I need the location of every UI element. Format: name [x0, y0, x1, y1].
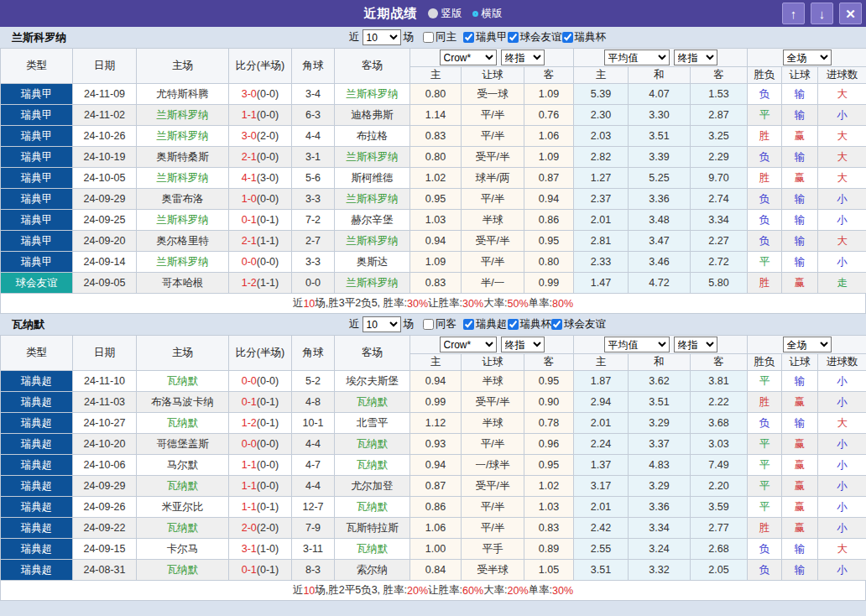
- avg-home-cell: 5.39: [574, 84, 629, 105]
- match-count-select[interactable]: 10: [363, 316, 401, 332]
- score-cell: 0-0(0-0): [229, 434, 292, 455]
- fulltime-select[interactable]: 全场: [783, 337, 832, 352]
- league-checkbox[interactable]: [508, 32, 519, 43]
- average-select[interactable]: 平均值: [604, 50, 670, 65]
- avg-home-cell: 3.51: [574, 560, 629, 581]
- section-bar-away-team: 瓦纳默 近 10 场 同客 瑞典超瑞典杯球会友谊: [0, 314, 866, 335]
- match-date-cell: 24-11-09: [73, 84, 137, 105]
- corner-cell: 4-7: [292, 455, 335, 476]
- average-group-header: 平均值 终指: [574, 49, 748, 67]
- corner-cell: 4-4: [292, 126, 335, 147]
- match-row: 瑞典甲24-09-29奥雷布洛1-0(0-0)3-3兰斯科罗纳0.95平/半0.…: [1, 189, 866, 210]
- col-header-away: 客场: [335, 49, 410, 84]
- avg-draw-cell: 3.34: [629, 518, 691, 539]
- close-button[interactable]: ✕: [839, 3, 862, 24]
- league-filter[interactable]: 瑞典杯: [562, 30, 607, 44]
- match-count-select[interactable]: 10: [363, 29, 401, 45]
- col-header-avg-home: 主: [574, 67, 629, 84]
- score-cell: 4-1(3-0): [229, 168, 292, 189]
- home-odds-cell: 0.80: [410, 147, 462, 168]
- section-team-name: 瓦纳默: [0, 317, 349, 332]
- home-team-cell: 奥尔格里特: [137, 231, 229, 252]
- col-header-avg-draw: 和: [629, 354, 691, 371]
- score-cell: 0-0(0-0): [229, 252, 292, 273]
- avg-draw-cell: 3.51: [629, 126, 691, 147]
- move-up-button[interactable]: ↑: [782, 3, 805, 24]
- away-team-cell: 瓦纳默: [335, 497, 410, 518]
- result-cell: 胜: [748, 518, 782, 539]
- avg-away-cell: 2.29: [691, 147, 748, 168]
- avg-away-cell: 3.68: [691, 413, 748, 434]
- same-venue-checkbox[interactable]: [423, 319, 434, 330]
- layout-radio-vertical[interactable]: 竖版: [428, 7, 462, 21]
- home-team-cell: 尤特斯科腾: [137, 84, 229, 105]
- result-cell: 负: [748, 413, 782, 434]
- handicap-result-cell: 输: [782, 252, 818, 273]
- home-team-cell: 兰斯科罗纳: [137, 105, 229, 126]
- handicap-cell: 半球: [462, 210, 524, 231]
- away-team-cell: 瓦纳默: [335, 539, 410, 560]
- score-cell: 2-0(2-0): [229, 518, 292, 539]
- away-team-cell: 瓦纳默: [335, 392, 410, 413]
- arrow-up-icon: ↑: [790, 8, 797, 20]
- odds-stage-select[interactable]: 终指: [501, 337, 545, 352]
- fulltime-select[interactable]: 全场: [783, 50, 832, 65]
- away-odds-cell: 0.89: [524, 539, 574, 560]
- league-checkbox[interactable]: [463, 32, 474, 43]
- league-type-cell: 瑞典甲: [1, 210, 73, 231]
- home-team-cell: 哥本哈根: [137, 273, 229, 294]
- col-header-goals: 进球数: [818, 354, 866, 371]
- goals-result-cell: 小: [818, 455, 866, 476]
- average-select[interactable]: 平均值: [604, 337, 670, 352]
- match-date-cell: 24-09-15: [73, 539, 137, 560]
- corner-cell: 3-3: [292, 189, 335, 210]
- avg-away-cell: 2.87: [691, 105, 748, 126]
- league-checkbox[interactable]: [508, 319, 519, 330]
- match-date-cell: 24-10-20: [73, 434, 137, 455]
- avg-home-cell: 1.87: [574, 371, 629, 392]
- league-filter[interactable]: 瑞典甲: [463, 30, 508, 44]
- league-type-cell: 瑞典甲: [1, 84, 73, 105]
- home-team-cell: 米亚尔比: [137, 497, 229, 518]
- avg-away-cell: 2.68: [691, 539, 748, 560]
- away-team-cell: 兰斯科罗纳: [335, 273, 410, 294]
- bookmaker-select[interactable]: Crow*: [440, 337, 497, 352]
- handicap-cell: 平/半: [462, 252, 524, 273]
- same-venue-filter[interactable]: 同客: [423, 317, 456, 331]
- games-label: 场: [404, 317, 415, 331]
- move-down-button[interactable]: ↓: [811, 3, 833, 24]
- same-venue-filter[interactable]: 同主: [423, 30, 456, 44]
- league-checkbox[interactable]: [551, 319, 562, 330]
- avg-draw-cell: 4.72: [629, 273, 691, 294]
- average-stage-select[interactable]: 终指: [674, 50, 717, 65]
- col-header-type: 类型: [1, 49, 73, 84]
- record-summary: 近10场,胜3平2负5, 胜率:30% 让胜率:30% 大率:50% 单率:80…: [0, 294, 866, 314]
- match-row: 瑞典超24-10-06马尔默1-1(0-0)4-7瓦纳默0.94一/球半0.95…: [1, 455, 866, 476]
- league-filter[interactable]: 瑞典杯: [508, 317, 552, 331]
- away-odds-cell: 1.05: [524, 560, 574, 581]
- league-checkbox[interactable]: [562, 32, 573, 43]
- score-cell: 1-2(1-1): [229, 273, 292, 294]
- result-cell: 负: [748, 210, 782, 231]
- close-icon: ✕: [845, 8, 856, 20]
- handicap-cell: 平手: [462, 539, 524, 560]
- league-checkbox[interactable]: [463, 319, 474, 330]
- league-filter[interactable]: 瑞典超: [463, 317, 508, 331]
- layout-radio-horizontal[interactable]: 横版: [472, 7, 503, 21]
- score-cell: 0-1(0-1): [229, 392, 292, 413]
- away-odds-cell: 1.03: [524, 497, 574, 518]
- avg-home-cell: 2.30: [574, 105, 629, 126]
- result-cell: 负: [748, 231, 782, 252]
- league-filter[interactable]: 球会友谊: [551, 317, 606, 331]
- result-cell: 胜: [748, 273, 782, 294]
- odds-stage-select[interactable]: 终指: [501, 50, 545, 65]
- away-odds-cell: 0.95: [524, 371, 574, 392]
- average-stage-select[interactable]: 终指: [674, 337, 717, 352]
- league-type-cell: 瑞典甲: [1, 105, 73, 126]
- home-odds-cell: 0.94: [410, 371, 462, 392]
- handicap-cell: 受平/半: [462, 147, 524, 168]
- same-venue-checkbox[interactable]: [423, 32, 434, 43]
- league-filter[interactable]: 球会友谊: [508, 30, 562, 44]
- bookmaker-select[interactable]: Crow*: [440, 50, 497, 65]
- match-row: 瑞典甲24-10-19奥斯特桑斯2-1(0-0)3-1兰斯科罗纳0.80受平/半…: [1, 147, 866, 168]
